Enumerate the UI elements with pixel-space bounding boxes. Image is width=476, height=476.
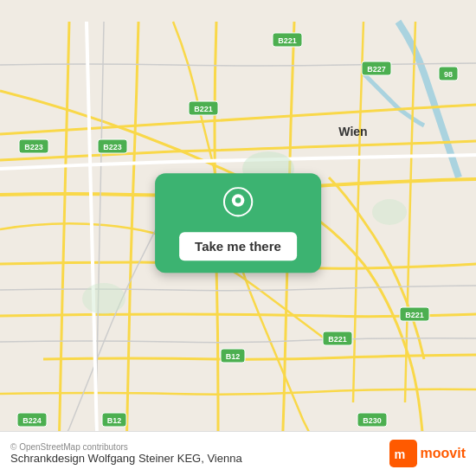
moovit-logo: m moovit xyxy=(389,440,466,467)
location-pin-icon xyxy=(220,187,256,223)
svg-text:B12: B12 xyxy=(107,416,122,425)
svg-point-27 xyxy=(82,283,125,314)
svg-text:B223: B223 xyxy=(24,143,43,151)
svg-text:B221: B221 xyxy=(278,36,297,45)
svg-text:98: 98 xyxy=(444,70,453,79)
bottom-bar: © OpenStreetMap contributors Schrankdesi… xyxy=(0,431,476,476)
svg-text:B221: B221 xyxy=(194,105,213,113)
moovit-text: moovit xyxy=(421,446,466,461)
svg-text:B221: B221 xyxy=(328,335,347,344)
svg-text:B230: B230 xyxy=(363,416,382,425)
svg-text:m: m xyxy=(394,447,405,461)
take-me-there-button[interactable]: Take me there xyxy=(179,232,297,261)
location-popup: Take me there xyxy=(155,173,321,273)
svg-text:B224: B224 xyxy=(23,416,42,425)
location-title: Schrankdesign Wolfgang Steiner KEG, Vien… xyxy=(10,452,242,465)
copyright-text: © OpenStreetMap contributors xyxy=(10,442,242,452)
moovit-icon: m xyxy=(389,440,417,467)
svg-point-28 xyxy=(372,199,407,225)
svg-text:B227: B227 xyxy=(367,65,386,74)
bottom-bar-left: © OpenStreetMap contributors Schrankdesi… xyxy=(10,442,242,465)
popup-card: Take me there xyxy=(155,173,321,273)
svg-text:B221: B221 xyxy=(405,311,424,319)
svg-text:B223: B223 xyxy=(103,143,122,151)
svg-text:Wien: Wien xyxy=(338,125,367,138)
svg-text:B12: B12 xyxy=(226,352,241,361)
map-container: B221 B227 98 B221 B223 B223 Wien B221 B2… xyxy=(0,0,476,476)
